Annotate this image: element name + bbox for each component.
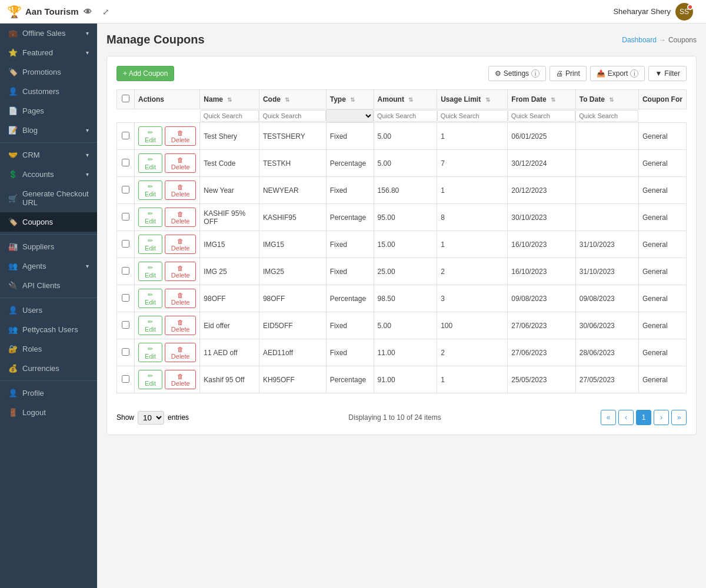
type-sort-icon[interactable]: ⇅ bbox=[350, 96, 355, 103]
sidebar-label-users: Users bbox=[22, 306, 42, 315]
delete-button-8[interactable]: 🗑 Delete bbox=[165, 343, 196, 362]
from-date-search-input[interactable] bbox=[508, 110, 575, 122]
sidebar-item-generate-checkout[interactable]: 🛒 Generate Checkout URL bbox=[0, 184, 97, 212]
to-date-sort-icon[interactable]: ⇅ bbox=[609, 96, 614, 103]
sidebar-item-logout[interactable]: 🚪 Logout bbox=[0, 403, 97, 422]
sidebar-item-api-clients[interactable]: 🔌 API Clients bbox=[0, 276, 97, 295]
cell-from-date-7: 27/06/2023 bbox=[508, 312, 575, 339]
from-date-sort-icon[interactable]: ⇅ bbox=[551, 96, 555, 103]
edit-button-6[interactable]: ✏ Edit bbox=[138, 289, 162, 308]
table-container: Actions Name ⇅ Code ⇅ Type ⇅ Amount ⇅ Us… bbox=[116, 89, 687, 393]
export-button[interactable]: 📤 Export i bbox=[590, 66, 645, 81]
filter-button[interactable]: ▼ Filter bbox=[648, 66, 687, 81]
delete-button-4[interactable]: 🗑 Delete bbox=[165, 235, 196, 254]
sidebar-item-roles[interactable]: 🔐 Roles bbox=[0, 339, 97, 359]
horizontal-scrollbar[interactable] bbox=[116, 398, 687, 402]
sidebar-item-blog[interactable]: 📝 Blog ▾ bbox=[0, 121, 97, 140]
row-checkbox-9[interactable] bbox=[122, 375, 129, 383]
next-page-button[interactable]: › bbox=[654, 410, 669, 425]
featured-arrow-icon: ▾ bbox=[86, 49, 89, 56]
row-checkbox-8[interactable] bbox=[122, 348, 129, 356]
current-page-button[interactable]: 1 bbox=[636, 410, 651, 425]
row-checkbox-6[interactable] bbox=[122, 294, 129, 302]
settings-info-icon[interactable]: i bbox=[531, 69, 540, 78]
delete-button-1[interactable]: 🗑 Delete bbox=[165, 153, 196, 173]
sidebar-item-customers[interactable]: 👤 Customers bbox=[0, 82, 97, 101]
sidebar-item-coupons[interactable]: 🏷️ Coupons bbox=[0, 212, 97, 232]
sidebar-item-pages[interactable]: 📄 Pages bbox=[0, 101, 97, 121]
edit-button-5[interactable]: ✏ Edit bbox=[138, 262, 162, 281]
delete-button-3[interactable]: 🗑 Delete bbox=[165, 208, 196, 227]
sidebar-item-featured[interactable]: ⭐ Featured ▾ bbox=[0, 43, 97, 62]
name-search-input[interactable] bbox=[200, 110, 259, 122]
sidebar-label-api-clients: API Clients bbox=[22, 281, 60, 290]
usage-search-input[interactable] bbox=[437, 110, 508, 122]
amount-search-input[interactable] bbox=[374, 110, 437, 122]
row-checkbox-0[interactable] bbox=[122, 132, 129, 139]
navbar-left: 🏆 Aan Tourism 👁 ⤢ bbox=[7, 5, 109, 19]
sidebar-divider bbox=[0, 234, 97, 235]
row-checkbox-7[interactable] bbox=[122, 321, 129, 329]
last-page-button[interactable]: » bbox=[671, 410, 687, 425]
name-sort-icon[interactable]: ⇅ bbox=[227, 96, 232, 103]
breadcrumb-parent[interactable]: Dashboard bbox=[622, 36, 657, 44]
edit-button-2[interactable]: ✏ Edit bbox=[138, 181, 162, 200]
row-checkbox-3[interactable] bbox=[122, 213, 129, 220]
delete-button-5[interactable]: 🗑 Delete bbox=[165, 262, 196, 281]
sidebar-item-crm[interactable]: 🤝 CRM ▾ bbox=[0, 145, 97, 165]
sidebar-item-suppliers[interactable]: 🏭 Suppliers bbox=[0, 237, 97, 256]
row-checkbox-1[interactable] bbox=[122, 159, 129, 166]
sidebar-item-pettycash-users[interactable]: 👥 Pettycash Users bbox=[0, 320, 97, 339]
row-checkbox-2[interactable] bbox=[122, 186, 129, 193]
row-checkbox-4[interactable] bbox=[122, 240, 129, 248]
edit-button-8[interactable]: ✏ Edit bbox=[138, 343, 162, 362]
add-coupon-button[interactable]: + Add Coupon bbox=[116, 66, 174, 81]
delete-button-6[interactable]: 🗑 Delete bbox=[165, 289, 196, 308]
delete-button-0[interactable]: 🗑 Delete bbox=[165, 126, 196, 146]
cell-code-6: 98OFF bbox=[259, 285, 326, 312]
select-all-checkbox[interactable] bbox=[122, 95, 129, 102]
sidebar-item-currencies[interactable]: 💰 Currencies bbox=[0, 359, 97, 378]
edit-button-7[interactable]: ✏ Edit bbox=[138, 316, 162, 335]
accounts-icon: 💲 bbox=[8, 170, 18, 179]
sidebar-item-accounts[interactable]: 💲 Accounts ▾ bbox=[0, 165, 97, 184]
sidebar-item-users[interactable]: 👤 Users bbox=[0, 300, 97, 320]
first-page-button[interactable]: « bbox=[601, 410, 616, 425]
edit-button-0[interactable]: ✏ Edit bbox=[138, 126, 162, 146]
delete-button-7[interactable]: 🗑 Delete bbox=[165, 316, 196, 335]
delete-button-2[interactable]: 🗑 Delete bbox=[165, 181, 196, 200]
edit-button-3[interactable]: ✏ Edit bbox=[138, 208, 162, 227]
action-btns-8: ✏ Edit 🗑 Delete bbox=[138, 343, 196, 362]
cell-name-0: Test Shery bbox=[200, 123, 259, 150]
settings-button[interactable]: ⚙ Settings i bbox=[488, 66, 546, 81]
row-checkbox-5[interactable] bbox=[122, 267, 129, 275]
expand-icon[interactable]: ⤢ bbox=[102, 7, 109, 16]
usage-sort-icon[interactable]: ⇅ bbox=[485, 96, 490, 103]
export-info-icon[interactable]: i bbox=[630, 69, 638, 78]
cell-usage-6: 3 bbox=[437, 285, 508, 312]
cell-type-3: Percentage bbox=[326, 204, 374, 231]
type-filter-select[interactable]: Fixed Percentage bbox=[326, 109, 374, 122]
sidebar-item-offline-sales[interactable]: 💼 Offline Sales ▾ bbox=[0, 24, 97, 43]
print-button[interactable]: 🖨 Print bbox=[550, 66, 587, 81]
visibility-icon[interactable]: 👁 bbox=[84, 7, 92, 16]
edit-button-9[interactable]: ✏ Edit bbox=[138, 370, 162, 389]
prev-page-button[interactable]: ‹ bbox=[618, 410, 634, 425]
edit-button-4[interactable]: ✏ Edit bbox=[138, 235, 162, 254]
sidebar-item-profile[interactable]: 👤 Profile bbox=[0, 383, 97, 403]
sidebar-label-blog: Blog bbox=[22, 126, 38, 135]
delete-button-9[interactable]: 🗑 Delete bbox=[165, 370, 196, 389]
sidebar-item-agents[interactable]: 👥 Agents ▾ bbox=[0, 256, 97, 276]
to-date-search-input[interactable] bbox=[575, 110, 638, 122]
sidebar-label-pages: Pages bbox=[22, 106, 44, 115]
per-page-select[interactable]: 10 25 50 bbox=[138, 411, 164, 425]
cell-name-5: IMG 25 bbox=[200, 258, 259, 285]
code-search-input[interactable] bbox=[259, 110, 326, 122]
entries-label: entries bbox=[168, 413, 189, 422]
agents-icon: 👥 bbox=[8, 262, 18, 270]
sidebar-item-promotions[interactable]: 🏷️ Promotions bbox=[0, 62, 97, 82]
code-sort-icon[interactable]: ⇅ bbox=[285, 96, 289, 103]
edit-button-1[interactable]: ✏ Edit bbox=[138, 153, 162, 173]
user-notification-badge bbox=[687, 4, 693, 10]
amount-sort-icon[interactable]: ⇅ bbox=[408, 96, 413, 103]
